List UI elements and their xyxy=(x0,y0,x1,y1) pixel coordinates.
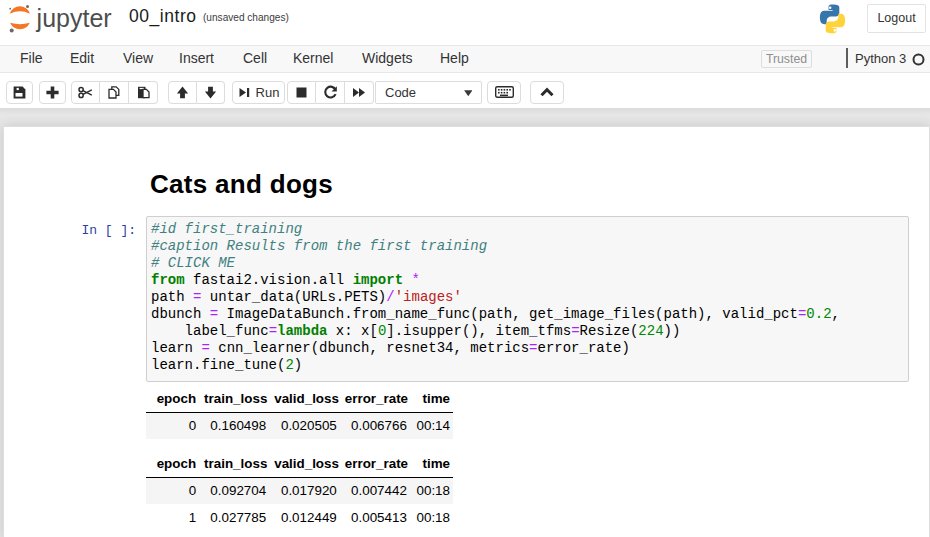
svg-text:jupyter: jupyter xyxy=(36,4,112,32)
